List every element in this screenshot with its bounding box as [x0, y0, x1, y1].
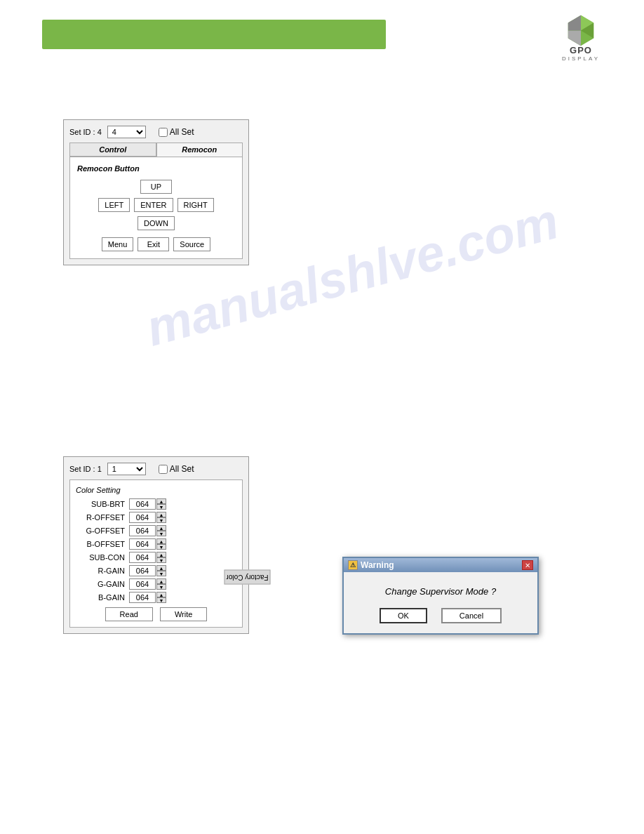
spin-btns-r-offset: ▲▼	[156, 512, 166, 523]
color-input-sub-brt[interactable]	[129, 498, 156, 510]
dialog-title-text: Warning	[361, 560, 394, 570]
warning-dialog: ⚠ Warning ✕ Change Supervisor Mode ? OK …	[342, 557, 539, 635]
dialog-cancel-button[interactable]: Cancel	[441, 608, 502, 623]
spin-up-b-gain[interactable]: ▲	[156, 592, 166, 597]
spin-up-r-gain[interactable]: ▲	[156, 565, 166, 571]
remocon-title: Remocon Button	[77, 164, 235, 173]
dialog-ok-button[interactable]: OK	[380, 608, 427, 623]
color-label-r-gain: R-GAIN	[76, 567, 125, 575]
spin-btns-b-gain: ▲▼	[156, 592, 166, 603]
btn-down[interactable]: DOWN	[137, 216, 175, 230]
dialog-body: Change Supervisor Mode ? OK Cancel	[344, 572, 537, 633]
set-id-select-1[interactable]: 4 1 2 3	[107, 126, 146, 138]
color-input-g-gain[interactable]	[129, 578, 156, 590]
color-input-b-gain[interactable]	[129, 592, 156, 603]
tab-remocon[interactable]: Remocon	[156, 143, 243, 157]
color-input-sub-con[interactable]	[129, 552, 156, 563]
warning-icon: ⚠	[348, 560, 358, 570]
all-set-check-1[interactable]: All Set	[159, 127, 194, 137]
spin-btns-sub-con: ▲▼	[156, 552, 166, 563]
color-input-r-gain[interactable]	[129, 565, 156, 576]
color-fields-container: SUB-BRT▲▼R-OFFSET▲▼G-OFFSET▲▼B-OFFSET▲▼S…	[76, 498, 236, 603]
panel2-header: Set ID : 1 1 2 3 4 All Set	[69, 463, 243, 475]
remocon-grid: UP LEFT ENTER RIGHT DOWN	[77, 180, 235, 230]
svg-marker-5	[568, 31, 581, 46]
spin-down-b-gain[interactable]: ▼	[156, 597, 166, 603]
btn-left[interactable]: LEFT	[98, 198, 130, 212]
spin-down-g-gain[interactable]: ▼	[156, 584, 166, 590]
header-bar	[42, 20, 386, 49]
spin-btns-b-offset: ▲▼	[156, 538, 166, 550]
dialog-titlebar: ⚠ Warning ✕	[344, 558, 537, 572]
svg-marker-4	[568, 15, 581, 31]
read-write-row: Read Write	[76, 607, 236, 621]
spin-up-g-gain[interactable]: ▲	[156, 578, 166, 584]
dialog-title-left: ⚠ Warning	[348, 560, 394, 570]
all-set-label-2: All Set	[170, 464, 194, 474]
color-row-g-offset: G-OFFSET▲▼	[76, 525, 236, 536]
spin-btns-g-offset: ▲▼	[156, 525, 166, 536]
all-set-check-2[interactable]: All Set	[159, 464, 194, 474]
color-row-r-offset: R-OFFSET▲▼	[76, 512, 236, 523]
remocon-section: Remocon Button UP LEFT ENTER RIGHT DOWN …	[69, 157, 243, 259]
color-row-sub-brt: SUB-BRT▲▼	[76, 498, 236, 510]
spin-btns-r-gain: ▲▼	[156, 565, 166, 576]
spin-down-r-gain[interactable]: ▼	[156, 571, 166, 576]
color-setting-legend: Color Setting	[76, 486, 236, 494]
spin-btns-g-gain: ▲▼	[156, 578, 166, 590]
remocon-panel: Set ID : 4 4 1 2 3 All Set Control Remoc…	[63, 119, 249, 265]
set-id-label-1: Set ID : 4	[69, 128, 102, 136]
btn-exit[interactable]: Exit	[137, 237, 169, 251]
logo-area: GPO DISPLAY	[546, 13, 616, 62]
spin-down-r-offset[interactable]: ▼	[156, 517, 166, 523]
all-set-label-1: All Set	[170, 127, 194, 137]
tab-control[interactable]: Control	[69, 143, 156, 157]
color-setting-panel: Set ID : 1 1 2 3 4 All Set Color Setting…	[63, 456, 249, 634]
btn-up[interactable]: UP	[140, 180, 172, 194]
logo-icon	[560, 13, 602, 48]
color-row-sub-con: SUB-CON▲▼	[76, 552, 236, 563]
dialog-message: Change Supervisor Mode ?	[355, 586, 526, 597]
logo-display-text: DISPLAY	[562, 55, 600, 62]
btn-menu[interactable]: Menu	[102, 237, 134, 251]
color-row-b-offset: B-OFFSET▲▼	[76, 538, 236, 550]
btn-enter[interactable]: ENTER	[134, 198, 173, 212]
spin-btns-sub-brt: ▲▼	[156, 498, 166, 510]
spin-up-r-offset[interactable]: ▲	[156, 512, 166, 517]
remocon-extra-row: Menu Exit Source	[77, 237, 235, 251]
spin-down-sub-brt[interactable]: ▼	[156, 504, 166, 510]
color-label-b-gain: B-GAIN	[76, 593, 125, 602]
color-label-sub-con: SUB-CON	[76, 553, 125, 562]
factory-color-label: Factory Color	[224, 569, 270, 584]
set-id-label-2: Set ID : 1	[69, 465, 102, 473]
dialog-close-button[interactable]: ✕	[522, 560, 533, 570]
spin-up-sub-con[interactable]: ▲	[156, 552, 166, 557]
spin-up-g-offset[interactable]: ▲	[156, 525, 166, 531]
remocon-row-middle: LEFT ENTER RIGHT	[98, 198, 214, 212]
all-set-checkbox-2[interactable]	[159, 465, 168, 474]
spin-up-sub-brt[interactable]: ▲	[156, 498, 166, 504]
color-label-sub-brt: SUB-BRT	[76, 500, 125, 508]
btn-right[interactable]: RIGHT	[177, 198, 214, 212]
all-set-checkbox-1[interactable]	[159, 128, 168, 137]
spin-down-b-offset[interactable]: ▼	[156, 544, 166, 550]
spin-down-sub-con[interactable]: ▼	[156, 557, 166, 563]
tab-row-1: Control Remocon	[69, 143, 243, 157]
btn-read[interactable]: Read	[105, 607, 153, 621]
color-row-b-gain: B-GAIN▲▼	[76, 592, 236, 603]
set-id-select-2[interactable]: 1 2 3 4	[107, 463, 146, 475]
color-label-r-offset: R-OFFSET	[76, 513, 125, 522]
color-input-b-offset[interactable]	[129, 538, 156, 550]
spin-down-g-offset[interactable]: ▼	[156, 531, 166, 536]
color-input-g-offset[interactable]	[129, 525, 156, 536]
color-input-r-offset[interactable]	[129, 512, 156, 523]
btn-write[interactable]: Write	[160, 607, 207, 621]
panel1-header: Set ID : 4 4 1 2 3 All Set	[69, 126, 243, 138]
spin-up-b-offset[interactable]: ▲	[156, 538, 166, 544]
color-label-g-offset: G-OFFSET	[76, 527, 125, 535]
color-label-b-offset: B-OFFSET	[76, 540, 125, 548]
dialog-buttons: OK Cancel	[355, 608, 526, 623]
btn-source[interactable]: Source	[173, 237, 210, 251]
remocon-row-down: DOWN	[137, 216, 175, 230]
color-row-g-gain: G-GAIN▲▼	[76, 578, 236, 590]
